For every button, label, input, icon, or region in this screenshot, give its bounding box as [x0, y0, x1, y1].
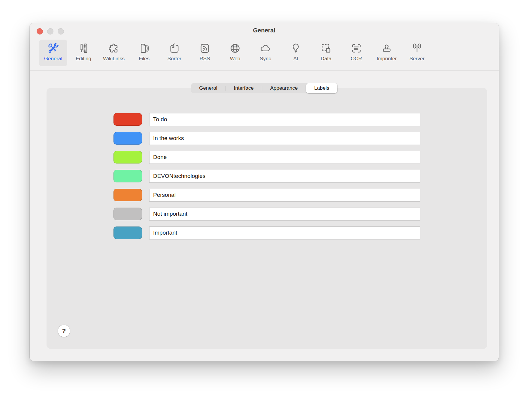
toolbar-item-data[interactable]: Data [312, 40, 340, 66]
documents-icon [138, 41, 150, 55]
toolbar-label: Editing [76, 56, 91, 62]
toolbar-label: AI [293, 56, 298, 62]
toolbar-item-rss[interactable]: RSS [191, 40, 219, 66]
toolbar-label: Web [230, 56, 240, 62]
tools-icon [47, 41, 59, 55]
cloud-icon [259, 41, 271, 55]
label-row [113, 189, 420, 201]
label-color-swatch[interactable] [113, 132, 142, 145]
toolbar-item-wikilinks[interactable]: WikiLinks [100, 40, 128, 66]
globe-icon [229, 41, 241, 55]
toolbar-item-files[interactable]: Files [130, 40, 158, 66]
pencil-ruler-icon [77, 41, 89, 55]
toolbar-label: Sorter [168, 56, 181, 62]
label-row [113, 170, 420, 182]
label-name-input[interactable] [149, 208, 420, 220]
toolbar-label: Data [321, 56, 331, 62]
toolbar-item-server[interactable]: Server [403, 40, 431, 66]
toolbar-label: Files [139, 56, 150, 62]
label-row [113, 226, 420, 239]
window-title: General [30, 27, 499, 34]
label-color-swatch[interactable] [113, 151, 142, 164]
label-color-swatch[interactable] [113, 170, 142, 182]
puzzle-icon [108, 41, 120, 55]
toolbar-item-sync[interactable]: Sync [251, 40, 280, 66]
label-name-input[interactable] [149, 132, 420, 145]
toolbar-label: OCR [351, 56, 362, 62]
label-name-input[interactable] [149, 226, 420, 239]
stamp-icon [381, 41, 393, 55]
toolbar-label: Server [410, 56, 425, 62]
toolbar-label: Sync [260, 56, 271, 62]
label-color-swatch[interactable] [113, 208, 142, 220]
help-button[interactable]: ? [58, 325, 70, 337]
label-color-swatch[interactable] [113, 113, 142, 126]
toolbar-item-ocr[interactable]: OCR [342, 40, 370, 66]
tab-bar: General Interface Appearance Labels [191, 83, 337, 93]
tab-labels[interactable]: Labels [306, 83, 337, 93]
toolbar-label: General [44, 56, 62, 62]
label-name-input[interactable] [149, 151, 420, 164]
toolbar-label: RSS [200, 56, 210, 62]
sorter-icon [168, 41, 180, 55]
toolbar-item-web[interactable]: Web [221, 40, 249, 66]
label-color-swatch[interactable] [113, 189, 142, 201]
label-row [113, 132, 420, 145]
rss-icon [199, 41, 211, 55]
toolbar-label: WikiLinks [103, 56, 125, 62]
tab-appearance[interactable]: Appearance [262, 84, 306, 93]
label-color-swatch[interactable] [113, 226, 142, 239]
toolbar: General Editing [39, 40, 431, 66]
tab-interface[interactable]: Interface [226, 84, 262, 93]
label-row [113, 113, 420, 126]
ocr-icon [350, 41, 362, 55]
toolbar-item-editing[interactable]: Editing [69, 40, 98, 66]
data-icon [320, 41, 332, 55]
toolbar-item-general[interactable]: General [39, 40, 67, 66]
label-name-input[interactable] [149, 170, 420, 183]
preferences-window: General General [30, 23, 499, 361]
titlebar: General General [30, 23, 499, 70]
lightbulb-icon [290, 41, 302, 55]
label-row [113, 208, 420, 220]
label-list [113, 113, 420, 245]
label-row [113, 151, 420, 164]
label-name-input[interactable] [149, 189, 420, 202]
tab-general[interactable]: General [191, 84, 225, 93]
toolbar-item-imprinter[interactable]: Imprinter [373, 40, 401, 66]
antenna-icon [411, 41, 423, 55]
toolbar-label: Imprinter [376, 56, 397, 62]
label-name-input[interactable] [149, 113, 420, 126]
toolbar-item-ai[interactable]: AI [282, 40, 310, 66]
toolbar-item-sorter[interactable]: Sorter [160, 40, 189, 66]
